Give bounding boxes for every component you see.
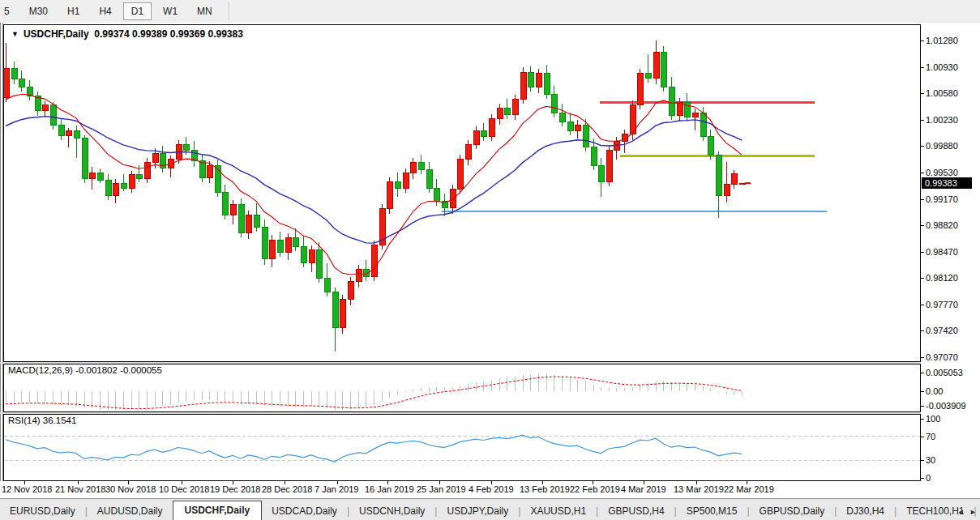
ohlc-low: 0.99369 [170,28,205,40]
price-axis-label-tick [921,40,924,41]
rsi-pane-canvas[interactable] [4,415,920,480]
price-axis-label: 0.97420 [926,326,958,335]
rsi-value: 36.1541 [43,416,77,425]
price-axis-label: 0.98820 [926,220,958,230]
rsi-axis-label-tick [921,437,924,437]
price-axis-label: 0.98470 [926,247,958,257]
date-label: 19 Dec 2018 [210,484,260,494]
date-label: 12 Nov 2018 [2,484,52,494]
symbol-tab-gbpusd[interactable]: GBPUSD,Daily [750,502,835,520]
price-axis-label-tick [921,199,924,200]
tab-scroll-left-icon[interactable]: ◄ [957,508,969,516]
date-label: 22 Mar 2019 [724,484,774,494]
symbol-tab-xauusd[interactable]: XAUUSD,H1 [520,502,596,520]
rsi-axis-label: 100 [926,414,940,424]
date-axis: 12 Nov 201821 Nov 201830 Nov 201810 Dec … [0,481,980,498]
chart-title: ▼USDCHF,Daily 0.99374 0.99389 0.99369 0.… [11,28,243,40]
timeframe-button-mn[interactable]: MN [189,2,220,20]
rsi-indicator-label: RSI(14) 36.1541 [8,416,76,425]
date-label: 13 Feb 2019 [520,484,570,494]
chart-dropdown-icon[interactable]: ▼ [11,30,19,38]
date-label: 28 Dec 2018 [262,484,312,494]
price-axis-label-tick [921,146,924,147]
symbol-tabbar: EURUSD,Daily|AUDUSD,DailyUSDCHF,DailyUSD… [0,498,980,520]
rsi-pane[interactable] [3,414,921,481]
ohlc-close: 0.99383 [208,28,242,40]
price-axis-label-tick [921,278,924,279]
price-pane-canvas[interactable] [4,25,920,361]
symbol-tab-usdcnh[interactable]: USDCNH,Daily [349,502,434,520]
rsi-axis-label: 30 [926,455,935,465]
macd-axis-label-tick [921,391,924,392]
price-axis-label: 1.00580 [926,88,958,98]
price-axis-label-tick [921,330,924,331]
symbol-tab-audusd[interactable]: AUDUSD,Daily [88,502,173,520]
ohlc-open: 0.99374 [94,28,129,40]
price-axis-label-tick [921,120,924,121]
date-label: 22 Feb 2019 [570,484,620,494]
price-axis-label: 0.99530 [926,168,958,177]
date-label: 16 Jan 2019 [365,484,414,494]
date-label: 13 Mar 2019 [674,484,724,494]
symbol-tab-usdchf[interactable]: USDCHF,Daily [173,501,263,520]
tab-scroll-right-icon[interactable]: ► [969,508,978,516]
rsi-axis-label-tick [921,419,924,420]
timeframe-button-w1[interactable]: W1 [155,2,186,20]
macd-values: -0.001802 -0.000055 [75,365,162,375]
macd-axis-label: -0.003909 [926,401,966,411]
price-pane[interactable] [3,24,921,362]
toolbar-separator [229,2,230,20]
ohlc-high: 0.99389 [132,28,167,40]
symbol-tab-sp500[interactable]: SP500,M15 [677,502,747,520]
tab-scroll-buttons: ◄ ► [957,508,978,516]
date-label: 10 Dec 2018 [159,484,209,494]
price-axis-label: 1.00930 [926,62,958,72]
macd-axis-label-tick [921,406,924,407]
symbol-tab-gbpusd[interactable]: GBPUSD,H4 [598,502,674,520]
macd-axis-label: 0.00 [926,386,943,396]
price-axis-label: 0.99880 [926,141,958,151]
symbol-tab-dj30[interactable]: DJ30,H4 [837,502,894,520]
timeframe-button-m30[interactable]: M30 [21,2,56,20]
rsi-axis-label-tick [921,460,924,461]
price-axis-label-tick [921,225,924,226]
date-label: 4 Mar 2019 [621,484,666,494]
symbol-tab-usdcad[interactable]: USDCAD,Daily [262,502,347,520]
price-axis-label-tick [921,93,924,94]
date-label: 21 Nov 2018 [55,484,105,494]
price-axis-label: 1.01280 [926,36,958,45]
date-label: 7 Jan 2019 [315,484,358,494]
date-label: 25 Jan 2019 [417,484,466,494]
timeframe-button-h4[interactable]: H4 [91,2,119,20]
price-axis-label: 0.98120 [926,273,958,283]
window-left-edge [0,23,1,498]
chart-region: ▼USDCHF,Daily 0.99374 0.99389 0.99369 0.… [0,23,980,498]
price-axis-label: 1.00230 [926,115,958,125]
symbol-tab-usdjpy[interactable]: USDJPY,Daily [437,502,518,520]
timeframe-button-h1[interactable]: H1 [59,2,88,20]
rsi-axis-label: 70 [926,432,935,441]
price-axis-label-tick [921,252,924,253]
timeframe-button-5[interactable]: 5 [2,2,18,20]
macd-axis-label-tick [921,373,924,373]
price-axis-label: 0.97770 [926,300,958,309]
price-axis-label-tick [921,305,924,305]
price-axis-label-tick [921,173,924,173]
macd-axis-label: 0.005053 [926,368,963,377]
date-label: 4 Feb 2019 [469,484,514,494]
timeframe-button-d1[interactable]: D1 [123,2,152,20]
price-axis-label: 0.99170 [926,194,958,204]
chart-symbol-label: USDCHF,Daily [24,28,89,40]
macd-indicator-label: MACD(12,26,9) -0.001802 -0.000055 [8,365,162,375]
date-label: 30 Nov 2018 [105,484,156,494]
rsi-axis-label-tick [921,478,924,479]
price-axis-label: 0.97070 [926,352,958,362]
trading-terminal-window: 5M30H1H4D1W1MN ▼USDCHF,Daily 0.99374 0.9… [0,0,980,520]
price-axis-label-tick [921,357,924,358]
symbol-tab-eurusd[interactable]: EURUSD,Daily [0,502,85,520]
timeframe-toolbar: 5M30H1H4D1W1MN [0,0,980,23]
current-price-tag: 0.99383 [922,177,972,189]
price-axis-label-tick [921,67,924,68]
